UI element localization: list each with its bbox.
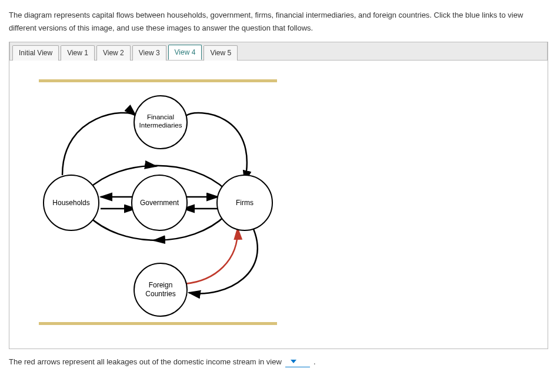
decorative-bar-bottom [39, 322, 277, 325]
tab-view-3[interactable]: View 3 [132, 45, 166, 61]
node-fin-int-label-1: Financial [147, 113, 174, 120]
diagram-area: Households Government Firms Financial In… [9, 61, 548, 349]
node-foreign-label-2: Countries [145, 290, 175, 298]
chevron-down-icon [290, 359, 297, 364]
answer-line: The red arrows represent all leakages ou… [9, 356, 548, 367]
answer-text: The red arrows represent all leakages ou… [9, 357, 282, 366]
node-firms-label: Firms [236, 199, 254, 207]
node-government-label: Government [140, 199, 179, 207]
decorative-bar-top [39, 79, 277, 82]
node-foreign-label-1: Foreign [149, 281, 173, 289]
tab-view-5[interactable]: View 5 [204, 45, 238, 61]
diagram-panel: Initial View View 1 View 2 View 3 View 4… [9, 42, 548, 349]
tab-view-4[interactable]: View 4 [168, 45, 202, 60]
node-fin-int-label-2: Intermediaries [139, 122, 182, 129]
node-households-label: Households [52, 199, 89, 207]
tab-view-2[interactable]: View 2 [96, 45, 131, 61]
tab-initial-view[interactable]: Initial View [12, 45, 59, 61]
tab-bar: Initial View View 1 View 2 View 3 View 4… [9, 42, 548, 61]
capital-flow-diagram: Households Government Firms Financial In… [21, 66, 280, 337]
tab-view-1[interactable]: View 1 [61, 45, 95, 61]
intro-text: The diagram represents capital flows bet… [9, 9, 548, 35]
answer-dropdown[interactable] [285, 356, 310, 367]
answer-suffix: . [313, 357, 316, 366]
